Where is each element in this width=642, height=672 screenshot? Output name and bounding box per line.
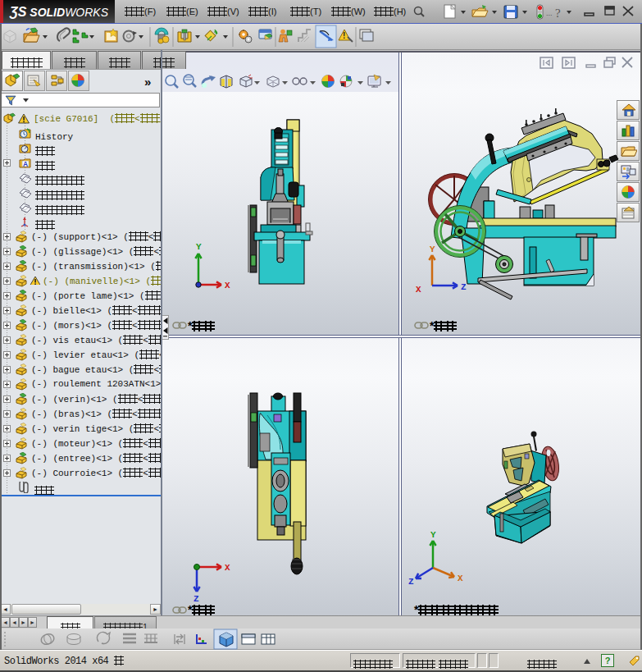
svg-text:Y: Y [196, 242, 202, 252]
svg-text:!: ! [343, 31, 345, 40]
svg-text:Z: Z [194, 594, 199, 604]
svg-text:Z: Z [408, 577, 414, 587]
svg-text:...: ... [546, 9, 553, 17]
svg-text:?: ? [555, 7, 561, 20]
svg-text:Y: Y [430, 245, 435, 254]
svg-text:X: X [225, 281, 230, 290]
svg-text:A: A [23, 160, 28, 168]
svg-text:X: X [458, 574, 463, 583]
svg-text:Z: Z [461, 282, 467, 292]
svg-text:X: X [225, 563, 230, 573]
svg-text:X: X [416, 285, 421, 295]
svg-text:Y: Y [430, 530, 436, 540]
